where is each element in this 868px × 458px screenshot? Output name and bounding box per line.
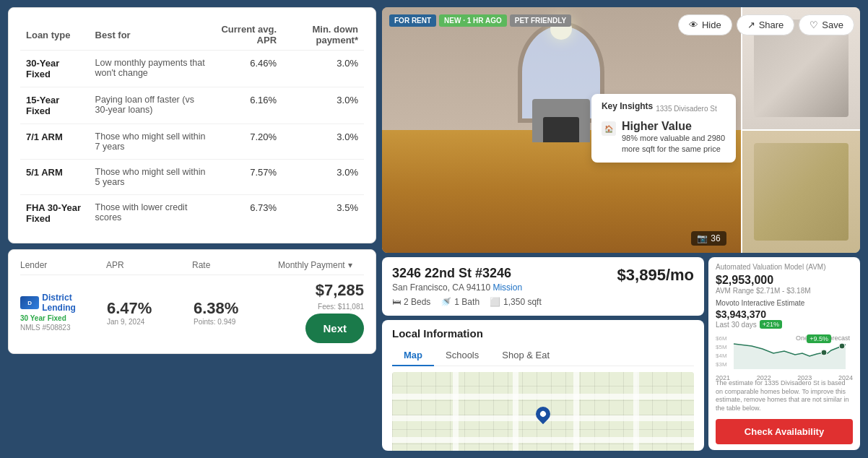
avm-last30: Last 30 days +21%: [716, 320, 853, 329]
chart-labels: 2021 2022 2023 2024: [716, 374, 853, 381]
ki-label: Higher Value: [622, 120, 726, 133]
side-image-bottom-inner: [754, 143, 849, 241]
loan-table-row: 5/1 ARM Those who might sell within 5 ye…: [20, 160, 364, 195]
svg-point-6: [839, 343, 845, 349]
loan-type-cell: 30-Year Fixed: [20, 51, 90, 87]
best-for-cell: Those who might sell within 7 years: [90, 124, 212, 160]
action-buttons: 👁 Hide ↗ Share ♡ Save: [678, 14, 854, 35]
right-bottom: 3246 22nd St #3246 San Francisco, CA 941…: [382, 257, 860, 451]
lender-nmls: NMLS #508823: [20, 324, 104, 332]
key-insights-title: Key Insights: [602, 101, 653, 111]
room-fireplace: [532, 99, 590, 142]
fireplace-opening: [543, 117, 579, 142]
forecast-badge: +9.5%: [807, 334, 831, 343]
apr-cell: 6.73%: [212, 195, 282, 232]
svg-marker-4: [734, 344, 846, 369]
ki-icon: 🏠: [602, 121, 616, 136]
loan-table: Loan type Best for Current avg. APR Min.…: [20, 20, 364, 231]
avm-note: The estimate for 1335 Divisadero St is b…: [716, 379, 853, 413]
tag-for-rent: FOR RENT: [389, 14, 436, 27]
bath-icon: 🚿: [440, 297, 451, 307]
lender-fees: Fees: $11,081: [318, 303, 364, 311]
lender-type: 30 Year Fixed: [20, 314, 104, 322]
loan-table-card: Loan type Best for Current avg. APR Min.…: [8, 7, 376, 243]
map-road-h3: [392, 437, 694, 443]
best-for-cell: Low monthly payments that won't change: [90, 51, 212, 87]
lender-apr-date: Jan 9, 2024: [107, 318, 191, 326]
avm-title: Automated Valuation Model (AVM): [716, 263, 853, 271]
local-info-title: Local Information: [392, 327, 694, 340]
apr-cell: 6.16%: [212, 87, 282, 124]
avm-panel: Automated Valuation Model (AVM) $2,953,0…: [708, 257, 860, 450]
loan-type-cell: FHA 30-Year Fixed: [20, 195, 90, 232]
beds-spec: 🛏 2 Beds: [392, 297, 430, 307]
property-address: 3246 22nd St #3246: [392, 266, 542, 281]
col-best-for: Best for: [90, 20, 212, 51]
lender-name: District Lending: [42, 293, 104, 313]
loan-type-cell: 15-Year Fixed: [20, 87, 90, 124]
save-button[interactable]: ♡ Save: [799, 14, 854, 35]
down-cell: 3.0%: [282, 160, 364, 195]
lender-logo-area: D District Lending 30 Year Fixed NMLS #5…: [20, 293, 104, 332]
tab-schools[interactable]: Schools: [434, 345, 490, 366]
right-panel: FOR RENT NEW · 1 HR AGO PET FRIENDLY 📷 3…: [382, 7, 860, 451]
avm-range: AVM Range $2.71M - $3.18M: [716, 287, 853, 295]
next-button[interactable]: Next: [305, 314, 364, 343]
photo-count: 📷 36: [691, 231, 726, 246]
map-road-v2: [513, 372, 518, 451]
lender-rate-value: 6.38%: [194, 299, 277, 318]
lender-monthly-value: $7,285: [316, 281, 364, 300]
key-insights-body: 🏠 Higher Value 98% more valuable and 298…: [602, 120, 726, 155]
photo-count-value: 36: [711, 233, 720, 243]
side-image-bottom: [741, 129, 861, 253]
area-icon: ⬜: [490, 297, 500, 307]
neighborhood-link[interactable]: Mission: [492, 282, 522, 293]
ki-text: 98% more valuable and 2980 more sqft for…: [622, 133, 726, 155]
col-down: Min. down payment*: [282, 20, 364, 51]
hide-button[interactable]: 👁 Hide: [678, 14, 732, 35]
rate-col-header: Rate: [192, 260, 278, 270]
right-bottom-left: 3246 22nd St #3246 San Francisco, CA 941…: [382, 257, 704, 451]
tab-map[interactable]: Map: [392, 345, 434, 366]
property-left: 3246 22nd St #3246 San Francisco, CA 941…: [392, 266, 542, 307]
local-map: [392, 372, 694, 451]
left-panel: Loan type Best for Current avg. APR Min.…: [8, 7, 376, 451]
property-specs: 🛏 2 Beds 🚿 1 Bath ⬜ 1,350 sqft: [392, 297, 542, 307]
tab-shop-eat[interactable]: Shop & Eat: [490, 345, 561, 366]
eye-icon: 👁: [689, 20, 698, 30]
property-details: 3246 22nd St #3246 San Francisco, CA 941…: [382, 257, 704, 316]
lender-col-header: Lender: [20, 260, 106, 270]
down-cell: 3.5%: [282, 195, 364, 232]
check-availability-button[interactable]: Check Availability: [716, 419, 853, 444]
svg-text:$3M: $3M: [716, 361, 727, 368]
share-icon: ↗: [747, 20, 755, 30]
apr-cell: 6.46%: [212, 51, 282, 87]
svg-text:$6M: $6M: [716, 335, 727, 342]
apr-cell: 7.57%: [212, 160, 282, 195]
down-cell: 3.0%: [282, 51, 364, 87]
share-button[interactable]: ↗ Share: [737, 14, 795, 35]
avm-estimate-value: $3,943,370: [716, 308, 853, 320]
lender-points: Points: 0.949: [194, 318, 277, 326]
map-grid: [392, 372, 694, 451]
chart-label-2023: 2023: [797, 374, 812, 381]
lender-rate-col: 6.38% Points: 0.949: [194, 299, 277, 326]
loan-type-cell: 5/1 ARM: [20, 160, 90, 195]
property-location: San Francisco, CA 94110 Mission: [392, 282, 542, 293]
chart-label-2022: 2022: [757, 374, 771, 381]
svg-text:$5M: $5M: [716, 344, 727, 350]
ki-content: Higher Value 98% more valuable and 2980 …: [622, 120, 726, 155]
lender-logo: D District Lending: [20, 293, 104, 313]
property-tags: FOR RENT NEW · 1 HR AGO PET FRIENDLY: [389, 14, 571, 27]
lender-card: Lender APR Rate Monthly Payment ▾ D Dist…: [8, 249, 376, 354]
last30-badge: +21%: [760, 320, 782, 329]
property-image-section: FOR RENT NEW · 1 HR AGO PET FRIENDLY 📷 3…: [382, 7, 860, 253]
lender-apr-col: 6.47% Jan 9, 2024: [107, 299, 191, 326]
camera-icon: 📷: [697, 233, 708, 243]
map-road-v3: [573, 372, 579, 451]
baths-spec: 🚿 1 Bath: [440, 297, 479, 307]
map-road-h1: [392, 394, 694, 399]
chart-label-2024: 2024: [838, 374, 853, 381]
loan-type-cell: 7/1 ARM: [20, 124, 90, 160]
best-for-cell: Paying loan off faster (vs 30-year loans…: [90, 87, 212, 124]
